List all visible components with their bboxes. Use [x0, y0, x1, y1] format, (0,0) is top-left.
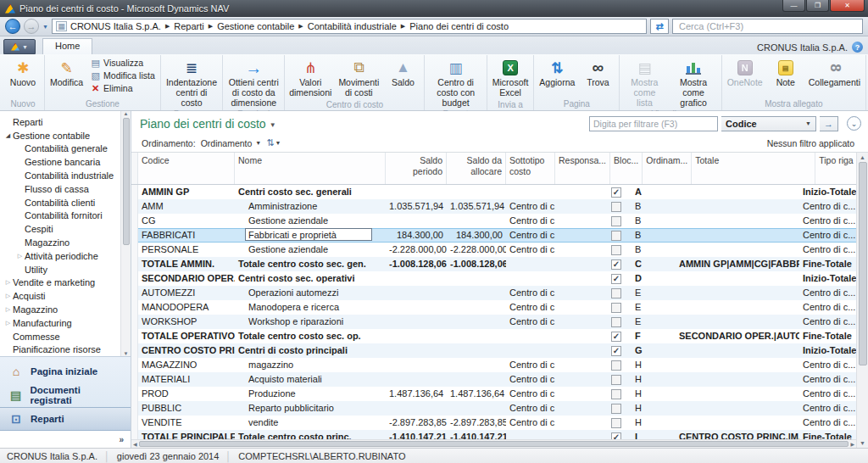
row-selector[interactable]	[131, 271, 138, 286]
sidebar-item-commesse[interactable]: Commesse	[0, 330, 119, 343]
sidebar-item-acquisti[interactable]: ▷Acquisti	[0, 289, 119, 303]
scrollbar-thumb[interactable]	[859, 162, 867, 365]
breadcrumb[interactable]: ▦ CRONUS Italia S.p.A.▶Reparti▶Gestione …	[52, 19, 647, 34]
breadcrumb-item[interactable]: Piano dei centri di costo	[409, 21, 509, 31]
blocked-checkbox[interactable]: ✓	[611, 274, 621, 284]
column-header-bloccato[interactable]: Bloc...	[610, 153, 643, 184]
blocked-checkbox[interactable]: ✓	[611, 346, 621, 356]
row-selector[interactable]	[131, 257, 138, 271]
breadcrumb-item[interactable]: Contabilità industriale	[308, 21, 397, 31]
column-header-ordinamento[interactable]: Ordinam...	[643, 153, 692, 184]
table-row-magazzino[interactable]: MAGAZZINOmagazzinoCentro di c...HCentro …	[131, 358, 856, 372]
row-selector[interactable]	[131, 300, 138, 315]
table-row-totale-operativo[interactable]: TOTALE OPERATIVOTotale centro costo sec.…	[131, 329, 856, 343]
table-row-ammin-gp[interactable]: AMMIN GPCentri costo sec. generali✓AIniz…	[131, 185, 856, 199]
sidebar-item-flusso-di-cassa[interactable]: Flusso di cassa	[0, 182, 119, 196]
sidebar-item-contabilità-generale[interactable]: Contabilità generale	[0, 142, 119, 156]
sidebar-item-attività-periodiche[interactable]: ▷Attività periodiche	[0, 249, 119, 263]
page-title[interactable]: Piano dei centri di costo	[140, 117, 266, 131]
sort-order-icon[interactable]: ⇅▼	[266, 137, 281, 148]
column-header-nome[interactable]: Nome	[235, 153, 386, 184]
breadcrumb-item[interactable]: Reparti	[174, 21, 203, 31]
scroll-right-icon[interactable]: ▶	[850, 441, 854, 447]
row-selector[interactable]	[131, 286, 138, 300]
column-header-responsabile[interactable]: Responsa...	[555, 153, 610, 184]
table-row-totale-ammin-[interactable]: TOTALE AMMIN.Totale centro costo sec. ge…	[131, 257, 856, 271]
row-selector[interactable]	[131, 358, 138, 372]
blocked-checkbox[interactable]	[611, 389, 621, 399]
table-row-materiali[interactable]: MATERIALIAcquisto materialiCentro di c..…	[131, 372, 856, 387]
filter-field-dropdown[interactable]: Codice ▼	[721, 116, 816, 131]
refresh-address-button[interactable]: ⇄	[650, 19, 669, 34]
forward-button[interactable]: →	[24, 19, 39, 34]
maximize-button[interactable]: ❐	[806, 0, 829, 12]
ribbon-button-centro-di-costo-con-budget[interactable]: ▥Centro di costo con budget	[427, 56, 483, 109]
nav-button-documenti-registrati[interactable]: ▤Documenti registrati	[0, 383, 131, 407]
minimize-button[interactable]: —	[782, 0, 805, 12]
ribbon-button-modifica[interactable]: ✎Modifica	[47, 56, 86, 90]
ribbon-button-aggiorna[interactable]: ⇅Aggiorna	[537, 56, 577, 90]
sidebar-item-gestione-contabile[interactable]: ◢Gestione contabile	[0, 129, 119, 142]
row-selector[interactable]	[131, 329, 138, 343]
blocked-checkbox[interactable]: ✓	[611, 259, 621, 270]
blocked-checkbox[interactable]	[611, 216, 621, 226]
sidebar-item-magazzino[interactable]: ▷Magazzino	[0, 303, 119, 316]
table-row-secondario-oper-[interactable]: SECONDARIO OPER.Centri costo sec. operat…	[131, 271, 856, 286]
tree-scrollbar[interactable]: ▲ ▼	[120, 111, 131, 356]
ribbon-button-valori-dimensioni[interactable]: ⋔Valori dimensioni	[287, 56, 333, 100]
row-selector[interactable]	[131, 185, 138, 199]
table-row-prod[interactable]: PRODProduzione1.487.136,641.487.136,64Ce…	[131, 387, 856, 401]
blocked-checkbox[interactable]: ✓	[611, 432, 621, 439]
row-selector[interactable]	[131, 315, 138, 329]
blocked-checkbox[interactable]	[611, 288, 621, 298]
scroll-left-icon[interactable]: ◀	[133, 441, 137, 447]
ribbon-button-microsoft-excel[interactable]: XMicrosoft Excel	[490, 56, 531, 100]
row-selector[interactable]	[131, 401, 138, 416]
collapse-filter-pane-button[interactable]: ⌄	[847, 116, 861, 131]
sidebar-item-utility[interactable]: Utility	[0, 263, 119, 276]
blocked-checkbox[interactable]	[611, 245, 621, 255]
table-row-cg[interactable]: CGGestione aziendaleCentro di c...BCentr…	[131, 214, 856, 228]
sidebar-item-manufacturing[interactable]: ▷Manufacturing	[0, 316, 119, 330]
scroll-up-icon[interactable]: ▲	[124, 111, 129, 116]
close-button[interactable]: ✕	[830, 0, 865, 12]
horizontal-scrollbar[interactable]: ◀ ▶	[131, 439, 856, 448]
table-row-centro-costo-princ-[interactable]: CENTRO COSTO PRINC.Centri di costo princ…	[131, 343, 856, 358]
vertical-scrollbar[interactable]: ▲ ▼	[856, 153, 868, 448]
breadcrumb-item[interactable]: Gestione contabile	[217, 21, 294, 31]
row-selector[interactable]	[131, 199, 138, 214]
scrollbar-thumb[interactable]	[139, 441, 849, 447]
tree-collapsed-icon[interactable]: ▷	[3, 320, 13, 326]
back-button[interactable]: ←	[5, 19, 20, 34]
blocked-checkbox[interactable]	[611, 404, 621, 414]
blocked-checkbox[interactable]	[611, 303, 621, 313]
column-header-saldo_periodo[interactable]: Saldo periodo	[386, 153, 447, 184]
page-title-caret-icon[interactable]: ▼	[270, 121, 276, 129]
blocked-checkbox[interactable]	[611, 375, 621, 385]
help-icon[interactable]: ?	[852, 42, 863, 53]
blocked-checkbox[interactable]	[611, 317, 621, 327]
ribbon-button-indentazione-centri-di-costo[interactable]: ≣Indentazione centri di costo	[164, 56, 220, 109]
sidebar-item-gestione-bancaria[interactable]: Gestione bancaria	[0, 155, 119, 169]
row-selector[interactable]	[131, 243, 138, 257]
table-row-totale-principale[interactable]: TOTALE PRINCIPALETotale centro costo pri…	[131, 430, 856, 439]
table-row-vendite[interactable]: VENDITEvendite-2.897.283,85-2.897.283,85…	[131, 416, 856, 430]
sidebar-item-cespiti[interactable]: Cespiti	[0, 222, 119, 236]
scroll-down-icon[interactable]: ▼	[124, 351, 129, 356]
tree-expanded-icon[interactable]: ◢	[3, 132, 13, 139]
sidebar-item-vendite-e-marketing[interactable]: ▷Vendite e marketing	[0, 276, 119, 290]
sidebar-item-pianificazione-risorse[interactable]: Pianificazione risorse	[0, 343, 119, 356]
ribbon-button-visualizza[interactable]: ▤Visualizza	[87, 57, 158, 69]
ribbon-button-collegamenti[interactable]: 8Collegamenti	[806, 56, 863, 90]
tree-collapsed-icon[interactable]: ▷	[15, 253, 25, 259]
scrollbar-thumb[interactable]	[123, 118, 130, 245]
blocked-checkbox[interactable]	[611, 231, 621, 241]
scroll-up-icon[interactable]: ▲	[860, 154, 865, 160]
filter-input[interactable]	[589, 116, 718, 131]
search-input[interactable]	[677, 20, 858, 32]
ribbon-button-ottieni-centri-di-costo-da-dimensione[interactable]: →Ottieni centri di costo da dimensione	[225, 56, 281, 109]
sidebar-item-magazzino[interactable]: Magazzino	[0, 236, 119, 249]
table-row-fabbricati[interactable]: FABBRICATIFabbricati e proprietà184.300,…	[131, 228, 856, 243]
ribbon-button-movimenti-di-costi[interactable]: ⧉Movimenti di costi	[335, 56, 382, 100]
blocked-checkbox[interactable]	[611, 418, 621, 428]
